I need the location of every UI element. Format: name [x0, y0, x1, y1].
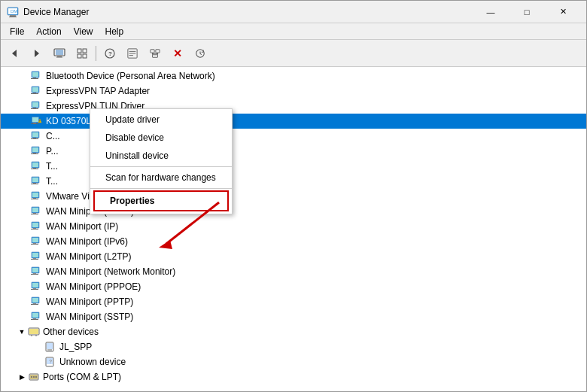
svg-rect-51: [32, 147, 38, 152]
svg-rect-93: [31, 304, 38, 305]
title-left: DM Device Manager: [7, 6, 89, 18]
t2-label: T...: [46, 176, 58, 187]
ctx-uninstall-device[interactable]: Uninstall device: [90, 147, 232, 165]
menu-file[interactable]: File: [4, 25, 30, 38]
network-icon: [150, 48, 160, 59]
tree-item-wan-pppoe[interactable]: WAN Miniport (PPPOE): [1, 279, 586, 294]
tree-item-ports[interactable]: ▶ Ports (COM & LPT): [1, 369, 586, 384]
svg-rect-21: [151, 49, 154, 52]
context-menu: Update driver Disable device Uninstall d…: [90, 108, 233, 214]
minimize-button[interactable]: —: [473, 1, 508, 23]
maximize-button[interactable]: □: [509, 1, 544, 23]
delete-button[interactable]: ✕: [167, 43, 188, 64]
menu-bar: File Action View Help: [1, 23, 586, 40]
tree-view[interactable]: Bluetooth Device (Personal Area Network)…: [1, 67, 586, 391]
tree-item-wan-netmon[interactable]: WAN Miniport (Network Monitor): [1, 264, 586, 279]
wan-pppoe-label: WAN Miniport (PPPOE): [46, 281, 141, 292]
ctx-disable-device[interactable]: Disable device: [90, 129, 232, 147]
svg-rect-30: [33, 77, 36, 78]
network-adapter-icon-vmware: [31, 190, 43, 202]
tree-item-bluetooth[interactable]: Bluetooth Device (Personal Area Network): [1, 68, 586, 84]
svg-point-111: [33, 376, 35, 378]
menu-help[interactable]: Help: [99, 25, 130, 38]
properties-toolbar-button[interactable]: [122, 43, 143, 64]
svg-rect-84: [33, 273, 36, 274]
ctx-update-driver[interactable]: Update driver: [90, 111, 232, 129]
svg-point-112: [35, 376, 37, 378]
expressvpn-tap-label: ExpressVPN TAP Adapter: [46, 86, 150, 96]
forward-button[interactable]: [26, 43, 47, 64]
ctx-properties[interactable]: Properties: [95, 192, 227, 210]
ports-icon: [28, 371, 40, 383]
tree-item-wan-ip[interactable]: WAN Miniport (IP): [1, 219, 586, 234]
tree-item-p[interactable]: P...: [1, 144, 586, 159]
network-adapter-icon-wan1: [31, 205, 43, 217]
tree-item-t2[interactable]: T...: [1, 174, 586, 189]
network-button[interactable]: [144, 43, 166, 64]
grid-button[interactable]: [71, 43, 93, 64]
svg-rect-35: [31, 93, 38, 94]
other-devices-label: Other devices: [43, 327, 99, 337]
tree-item-jl-spp[interactable]: JL_SPP: [1, 339, 586, 354]
help-button[interactable]: ?: [99, 43, 120, 64]
app-icon: DM: [7, 6, 19, 18]
expand-arrow-other: ▼: [16, 326, 28, 338]
ctx-separator-2: [90, 188, 232, 189]
svg-rect-81: [31, 259, 38, 260]
svg-rect-12: [83, 49, 87, 53]
computer-button[interactable]: [49, 43, 70, 64]
ctx-scan-changes[interactable]: Scan for hardware changes: [90, 169, 232, 187]
wan-sstp-label: WAN Miniport (SSTP): [46, 311, 133, 322]
svg-rect-79: [32, 253, 38, 257]
svg-rect-14: [83, 54, 87, 58]
network-adapter-icon-3: [31, 100, 43, 112]
svg-text:!: !: [39, 120, 40, 123]
tree-item-vmware-vmnet8[interactable]: VMware Virtual Ethernet Adapter for VMne…: [1, 189, 586, 204]
tree-item-wan-ipv6[interactable]: WAN Miniport (IPv6): [1, 234, 586, 249]
jl-spp-icon: [44, 341, 56, 353]
tree-item-c[interactable]: C...: [1, 129, 586, 144]
svg-rect-65: [31, 199, 38, 199]
svg-rect-52: [33, 153, 36, 153]
tree-item-wan-sstp[interactable]: WAN Miniport (SSTP): [1, 309, 586, 324]
svg-rect-53: [31, 153, 38, 154]
tree-item-t1[interactable]: T...: [1, 159, 586, 174]
scan-button[interactable]: [190, 43, 211, 64]
svg-rect-13: [78, 54, 81, 58]
bluetooth-device-label: Bluetooth Device (Personal Area Network): [46, 71, 215, 81]
svg-rect-87: [32, 283, 38, 287]
content-area: Bluetooth Device (Personal Area Network)…: [1, 67, 586, 391]
back-button[interactable]: [4, 43, 25, 64]
close-button[interactable]: ✕: [546, 1, 580, 23]
network-adapter-icon-t1: [31, 160, 43, 172]
tree-item-wan-l2tp[interactable]: WAN Miniport (L2TP): [1, 249, 586, 264]
tree-item-kd-adapter[interactable]: ! KD 03570LM Client Network Connection: [1, 114, 586, 129]
svg-rect-34: [33, 93, 36, 93]
grid-icon: [77, 48, 87, 59]
svg-rect-1: [10, 15, 16, 17]
svg-rect-56: [33, 168, 36, 169]
svg-rect-42: [33, 123, 36, 123]
menu-action[interactable]: Action: [30, 25, 67, 38]
menu-view[interactable]: View: [68, 25, 99, 38]
tree-item-expressvpn-tap[interactable]: ExpressVPN TAP Adapter: [1, 84, 586, 99]
network-adapter-icon-t2: [31, 175, 43, 187]
svg-rect-10: [56, 56, 62, 57]
tree-item-expressvpn-tun[interactable]: ExpressVPN TUN Driver: [1, 99, 586, 114]
t1-label: T...: [46, 161, 58, 172]
tree-item-unknown-device[interactable]: ? Unknown device: [1, 354, 586, 369]
svg-rect-61: [31, 184, 38, 184]
svg-marker-5: [12, 50, 17, 57]
tree-item-other-devices[interactable]: ▼ Other devices: [1, 324, 586, 339]
svg-rect-85: [31, 274, 38, 275]
svg-rect-73: [31, 229, 38, 229]
svg-text:?: ?: [49, 359, 52, 364]
svg-rect-89: [31, 289, 38, 290]
toolbar-separator-1: [96, 46, 96, 61]
svg-text:DM: DM: [11, 9, 17, 14]
help-icon: ?: [105, 48, 115, 59]
tree-item-wan-ikev2[interactable]: WAN Miniport (IKEv2): [1, 204, 586, 219]
tree-item-wan-pptp[interactable]: WAN Miniport (PPTP): [1, 294, 586, 309]
svg-rect-23: [153, 54, 158, 57]
wan-ipv6-label: WAN Miniport (IPv6): [46, 236, 128, 247]
